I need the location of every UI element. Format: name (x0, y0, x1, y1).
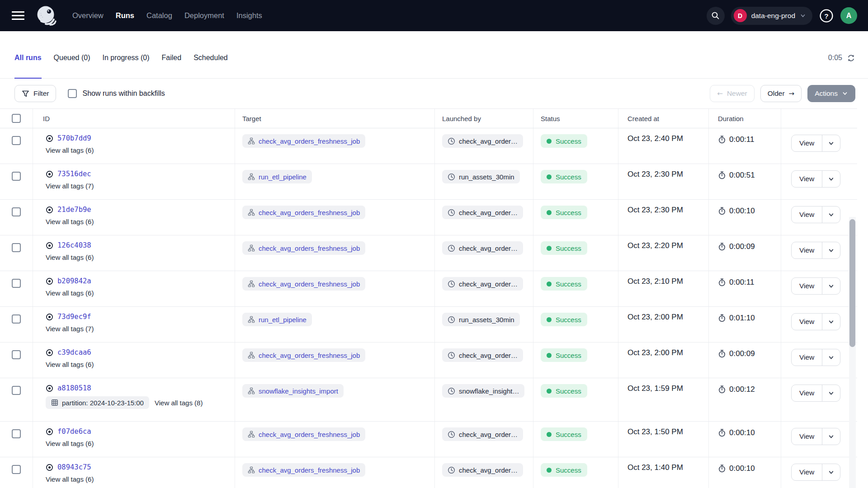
target-job-pill[interactable]: check_avg_orders_freshness_job (242, 134, 365, 148)
target-job-pill[interactable]: check_avg_orders_freshness_job (242, 206, 365, 219)
search-button[interactable] (707, 7, 725, 25)
launched-by-pill[interactable]: check_avg_order… (442, 206, 523, 219)
run-id-link[interactable]: a8180518 (57, 384, 91, 392)
menu-icon[interactable] (12, 11, 24, 20)
view-all-tags-link[interactable]: View all tags (8) (155, 399, 203, 407)
row-checkbox[interactable] (12, 172, 21, 181)
view-all-tags-link[interactable]: View all tags (7) (46, 325, 94, 333)
tab-failed[interactable]: Failed (162, 38, 182, 78)
run-id-link[interactable]: 73d9ec9f (57, 313, 91, 321)
target-job-pill[interactable]: check_avg_orders_freshness_job (242, 427, 365, 441)
refresh-icon[interactable] (847, 54, 855, 62)
view-button[interactable]: View (792, 464, 822, 480)
view-all-tags-link[interactable]: View all tags (6) (46, 146, 94, 154)
view-button[interactable]: View (792, 385, 822, 401)
status-badge[interactable]: Success (541, 134, 587, 148)
view-button[interactable]: View (792, 314, 822, 330)
launched-by-pill[interactable]: check_avg_order… (442, 427, 523, 441)
run-id-link[interactable]: b209842a (57, 277, 91, 285)
tab-scheduled[interactable]: Scheduled (193, 38, 228, 78)
help-icon[interactable]: ? (819, 8, 834, 23)
user-avatar[interactable]: A (840, 7, 857, 24)
view-all-tags-link[interactable]: View all tags (6) (46, 253, 94, 261)
row-checkbox[interactable] (12, 207, 21, 216)
launched-by-pill[interactable]: snowflake_insight… (442, 384, 524, 398)
status-badge[interactable]: Success (541, 348, 587, 362)
launched-by-pill[interactable]: run_assets_30min (442, 313, 520, 326)
target-job-pill[interactable]: snowflake_insights_import (242, 384, 344, 398)
tab-queued[interactable]: Queued (0) (54, 38, 90, 78)
row-checkbox[interactable] (12, 465, 21, 474)
status-badge[interactable]: Success (541, 384, 587, 398)
older-button[interactable]: Older → (760, 85, 802, 102)
view-all-tags-link[interactable]: View all tags (6) (46, 289, 94, 297)
view-dropdown-button[interactable] (822, 349, 840, 366)
nav-item-deployment[interactable]: Deployment (184, 11, 224, 20)
view-button[interactable]: View (792, 242, 822, 258)
row-checkbox[interactable] (12, 386, 21, 395)
status-badge[interactable]: Success (541, 277, 587, 291)
row-checkbox[interactable] (12, 136, 21, 145)
run-id-link[interactable]: c39dcaa6 (57, 348, 91, 357)
row-checkbox[interactable] (12, 243, 21, 252)
nav-item-runs[interactable]: Runs (116, 11, 134, 20)
launched-by-pill[interactable]: check_avg_order… (442, 463, 523, 477)
view-button[interactable]: View (792, 349, 822, 366)
nav-item-catalog[interactable]: Catalog (146, 11, 172, 20)
target-job-pill[interactable]: check_avg_orders_freshness_job (242, 277, 365, 291)
row-checkbox[interactable] (12, 429, 21, 438)
target-job-pill[interactable]: check_avg_orders_freshness_job (242, 463, 365, 477)
view-button[interactable]: View (792, 171, 822, 187)
view-dropdown-button[interactable] (822, 242, 840, 258)
launched-by-pill[interactable]: check_avg_order… (442, 134, 523, 148)
target-job-pill[interactable]: check_avg_orders_freshness_job (242, 241, 365, 255)
view-all-tags-link[interactable]: View all tags (7) (46, 182, 94, 190)
run-id-link[interactable]: 126c4038 (57, 241, 91, 249)
target-job-pill[interactable]: run_etl_pipeline (242, 170, 312, 183)
select-all-checkbox[interactable] (12, 114, 21, 123)
show-backfills-checkbox[interactable] (68, 89, 77, 98)
view-all-tags-link[interactable]: View all tags (6) (46, 440, 94, 447)
run-id-link[interactable]: f07de6ca (57, 427, 91, 436)
nav-item-overview[interactable]: Overview (72, 11, 104, 20)
view-all-tags-link[interactable]: View all tags (6) (46, 361, 94, 368)
status-badge[interactable]: Success (541, 241, 587, 255)
status-badge[interactable]: Success (541, 427, 587, 441)
row-checkbox[interactable] (12, 314, 21, 324)
view-dropdown-button[interactable] (822, 206, 840, 223)
status-badge[interactable]: Success (541, 170, 587, 183)
status-badge[interactable]: Success (541, 206, 587, 219)
target-job-pill[interactable]: run_etl_pipeline (242, 313, 312, 326)
run-id-link[interactable]: 08943c75 (57, 463, 91, 471)
view-dropdown-button[interactable] (822, 385, 840, 401)
newer-button[interactable]: ← Newer (710, 85, 754, 102)
nav-item-insights[interactable]: Insights (236, 11, 262, 20)
scrollbar-track[interactable] (849, 217, 856, 488)
view-all-tags-link[interactable]: View all tags (6) (46, 218, 94, 225)
actions-button[interactable]: Actions (807, 85, 855, 102)
run-id-link[interactable]: 570b7dd9 (57, 134, 91, 142)
view-dropdown-button[interactable] (822, 171, 840, 187)
view-dropdown-button[interactable] (822, 428, 840, 445)
filter-button[interactable]: Filter (14, 85, 56, 102)
launched-by-pill[interactable]: check_avg_order… (442, 277, 523, 291)
status-badge[interactable]: Success (541, 313, 587, 326)
row-checkbox[interactable] (12, 350, 21, 359)
launched-by-pill[interactable]: run_assets_30min (442, 170, 520, 183)
launched-by-pill[interactable]: check_avg_order… (442, 348, 523, 362)
run-id-link[interactable]: 21de7b9e (57, 206, 91, 214)
workspace-switcher[interactable]: D data-eng-prod (731, 7, 812, 25)
view-dropdown-button[interactable] (822, 314, 840, 330)
view-dropdown-button[interactable] (822, 464, 840, 480)
view-dropdown-button[interactable] (822, 135, 840, 151)
view-dropdown-button[interactable] (822, 278, 840, 294)
partition-tag[interactable]: partition: 2024-10-23-15:00 (46, 396, 149, 409)
view-all-tags-link[interactable]: View all tags (6) (46, 475, 94, 483)
scrollbar-thumb[interactable] (849, 219, 855, 347)
tab-in-progress[interactable]: In progress (0) (103, 38, 150, 78)
view-button[interactable]: View (792, 206, 822, 223)
run-id-link[interactable]: 73516dec (57, 170, 91, 178)
target-job-pill[interactable]: check_avg_orders_freshness_job (242, 348, 365, 362)
row-checkbox[interactable] (12, 279, 21, 288)
tab-all-runs[interactable]: All runs (14, 38, 42, 78)
